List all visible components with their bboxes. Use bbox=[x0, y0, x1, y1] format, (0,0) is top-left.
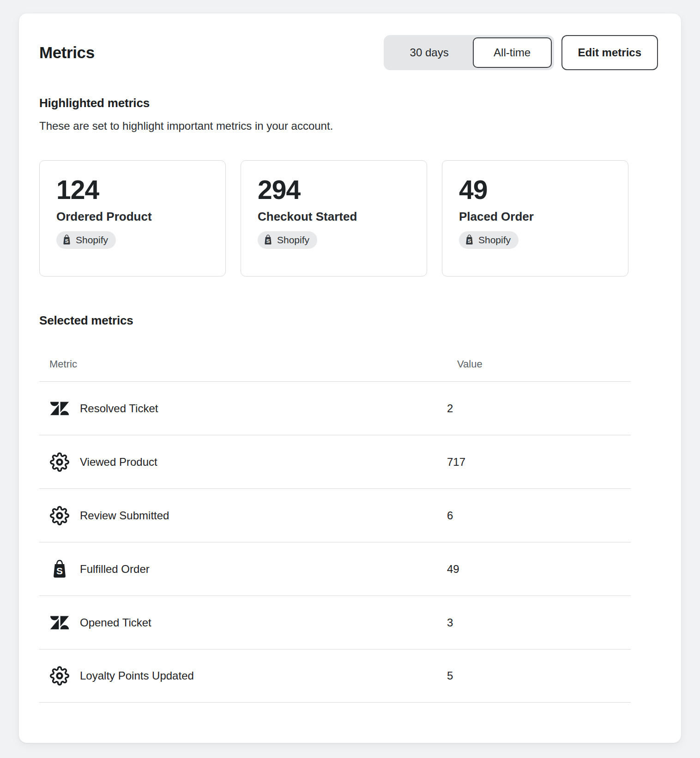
toggle-option-all-time[interactable]: All-time bbox=[473, 37, 552, 68]
column-header-value: Value bbox=[457, 358, 631, 370]
metric-card-placed-order: 49 Placed Order Shopify bbox=[442, 160, 628, 277]
metric-card-checkout-started: 294 Checkout Started Shopify bbox=[241, 160, 427, 277]
source-badge-label: Shopify bbox=[277, 235, 309, 246]
table-row-loyalty-points-updated: Loyalty Points Updated 5 bbox=[39, 649, 631, 703]
zendesk-icon bbox=[49, 398, 70, 419]
metric-value: 49 bbox=[459, 176, 611, 204]
metric-name: Viewed Product bbox=[80, 456, 157, 469]
selected-metrics-heading: Selected metrics bbox=[39, 313, 658, 328]
metrics-panel: Metrics 30 days All-time Edit metrics Hi… bbox=[18, 13, 682, 743]
metric-value: 124 bbox=[56, 176, 209, 204]
shopify-icon bbox=[49, 559, 70, 579]
selected-metrics-table: Metric Value Resolved Ticket 2 Viewed Pr… bbox=[39, 346, 631, 703]
metric-value: 5 bbox=[447, 669, 631, 682]
table-row-opened-ticket: Opened Ticket 3 bbox=[39, 596, 631, 649]
zendesk-icon bbox=[49, 613, 70, 633]
source-badge-label: Shopify bbox=[478, 235, 511, 246]
metric-name: Resolved Ticket bbox=[80, 402, 158, 415]
highlighted-metrics-description: These are set to highlight important met… bbox=[39, 120, 658, 132]
metric-name: Review Submitted bbox=[80, 509, 169, 522]
metric-value: 6 bbox=[447, 509, 631, 522]
metric-name: Loyalty Points Updated bbox=[80, 669, 194, 682]
shopify-icon bbox=[263, 235, 273, 245]
metric-value: 3 bbox=[447, 616, 631, 629]
metric-label: Checkout Started bbox=[258, 210, 410, 224]
metric-value: 717 bbox=[447, 456, 631, 469]
gear-icon bbox=[49, 505, 70, 526]
panel-header: Metrics 30 days All-time Edit metrics bbox=[39, 35, 658, 70]
highlighted-metric-cards: 124 Ordered Product Shopify 294 Checkout… bbox=[39, 160, 658, 277]
table-row-resolved-ticket: Resolved Ticket 2 bbox=[39, 381, 631, 435]
source-badge: Shopify bbox=[56, 231, 116, 249]
metric-label: Placed Order bbox=[459, 210, 611, 224]
toggle-option-30-days[interactable]: 30 days bbox=[386, 37, 473, 68]
shopify-icon bbox=[465, 235, 474, 245]
header-controls: 30 days All-time Edit metrics bbox=[384, 35, 658, 70]
edit-metrics-button[interactable]: Edit metrics bbox=[561, 35, 658, 70]
metric-label: Ordered Product bbox=[56, 210, 209, 224]
source-badge: Shopify bbox=[258, 231, 317, 249]
table-header: Metric Value bbox=[39, 346, 631, 381]
source-badge: Shopify bbox=[459, 231, 519, 249]
metric-value: 49 bbox=[447, 563, 631, 576]
metric-name: Fulfilled Order bbox=[80, 563, 150, 576]
highlighted-metrics-heading: Highlighted metrics bbox=[39, 96, 658, 110]
page-title: Metrics bbox=[39, 43, 95, 62]
metric-name: Opened Ticket bbox=[80, 616, 151, 629]
metric-value: 2 bbox=[447, 402, 631, 415]
shopify-icon bbox=[62, 235, 72, 245]
source-badge-label: Shopify bbox=[76, 235, 108, 246]
column-header-metric: Metric bbox=[49, 358, 457, 370]
metric-value: 294 bbox=[258, 176, 410, 204]
metric-card-ordered-product: 124 Ordered Product Shopify bbox=[39, 160, 226, 277]
table-row-review-submitted: Review Submitted 6 bbox=[39, 488, 631, 542]
gear-icon bbox=[49, 452, 70, 472]
table-row-viewed-product: Viewed Product 717 bbox=[39, 435, 631, 488]
gear-icon bbox=[49, 666, 70, 686]
table-row-fulfilled-order: Fulfilled Order 49 bbox=[39, 542, 631, 596]
date-range-toggle: 30 days All-time bbox=[384, 35, 554, 70]
